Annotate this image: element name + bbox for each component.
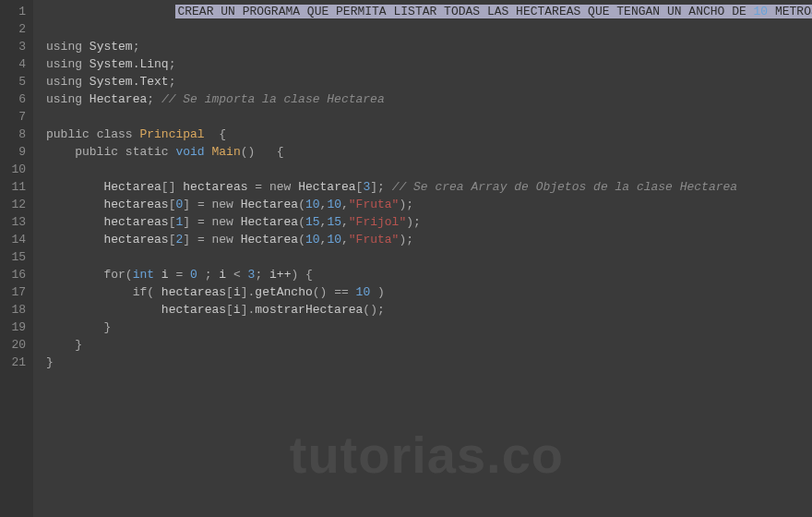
code-line-14[interactable]: hectareas[2] = new Hectarea(10,10,"Fruta… (33, 231, 812, 248)
code-line-10[interactable] (33, 161, 812, 178)
line-number: 6 (6, 90, 26, 108)
line-number: 1 (6, 3, 26, 20)
code-line-11[interactable]: Hectarea[] hectareas = new Hectarea[3]; … (33, 178, 812, 196)
line-number: 10 (6, 161, 26, 178)
code-line-6[interactable]: using Hectarea; // Se importa la clase H… (33, 90, 812, 108)
line-number: 7 (6, 108, 26, 126)
code-line-8[interactable]: public class Principal { (33, 126, 812, 143)
line-number: 18 (6, 301, 26, 319)
line-number: 17 (6, 283, 26, 301)
line-number: 11 (6, 178, 26, 196)
code-line-13[interactable]: hectareas[1] = new Hectarea(15,15,"Frijo… (33, 213, 812, 231)
line-number: 19 (6, 319, 26, 336)
code-editor: 1 2 3 4 5 6 7 8 9 10 11 12 13 14 15 16 1… (0, 0, 812, 517)
line-number: 21 (6, 354, 26, 371)
code-line-18[interactable]: hectareas[i].mostrarHectarea(); (33, 301, 812, 319)
code-line-4[interactable]: using System.Linq; (33, 55, 812, 73)
code-line-15[interactable] (33, 248, 812, 266)
code-line-2[interactable] (33, 20, 812, 38)
code-line-20[interactable]: } (33, 336, 812, 354)
code-line-5[interactable]: using System.Text; (33, 73, 812, 90)
code-line-19[interactable]: } (33, 319, 812, 336)
line-number: 14 (6, 231, 26, 248)
code-content[interactable]: CREAR UN PROGRAMA QUE PERMITA LISTAR TOD… (33, 0, 812, 517)
code-line-16[interactable]: for(int i = 0 ; i < 3; i++) { (33, 266, 812, 283)
line-number: 9 (6, 143, 26, 161)
line-number: 2 (6, 20, 26, 38)
code-line-12[interactable]: hectareas[0] = new Hectarea(10,10,"Fruta… (33, 196, 812, 213)
line-number: 12 (6, 196, 26, 213)
line-number: 4 (6, 55, 26, 73)
line-number: 5 (6, 73, 26, 90)
line-number: 20 (6, 336, 26, 354)
line-number: 8 (6, 126, 26, 143)
code-line-3[interactable]: using System; (33, 38, 812, 55)
code-line-17[interactable]: if( hectareas[i].getAncho() == 10 ) (33, 283, 812, 301)
code-line-9[interactable]: public static void Main() { (33, 143, 812, 161)
code-line-7[interactable] (33, 108, 812, 126)
line-number: 16 (6, 266, 26, 283)
line-number: 3 (6, 38, 26, 55)
selection-highlight: CREAR UN PROGRAMA QUE PERMITA LISTAR TOD… (175, 5, 812, 18)
line-number: 15 (6, 248, 26, 266)
watermark-text: tutorias.co (290, 425, 564, 485)
line-number-gutter: 1 2 3 4 5 6 7 8 9 10 11 12 13 14 15 16 1… (0, 0, 33, 517)
code-line-21[interactable]: } (33, 354, 812, 371)
line-number: 13 (6, 213, 26, 231)
code-line-1[interactable]: CREAR UN PROGRAMA QUE PERMITA LISTAR TOD… (33, 3, 812, 20)
